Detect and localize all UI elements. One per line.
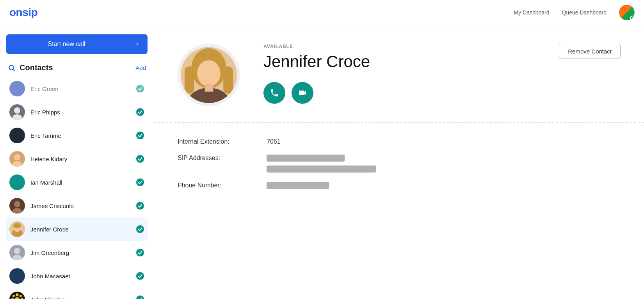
contact-name: Eric Phipps <box>30 109 136 116</box>
status-available-icon <box>136 108 144 116</box>
sip-addresses-values <box>267 155 376 173</box>
list-item[interactable]: Helene Kidary <box>6 147 148 171</box>
internal-extension-value: 7061 <box>267 138 281 145</box>
phone-number-label: Phone Number: <box>178 182 263 189</box>
svg-point-12 <box>12 208 22 214</box>
logo: onsip <box>9 6 37 19</box>
status-available-icon <box>136 178 144 187</box>
svg-rect-40 <box>223 66 233 94</box>
list-item[interactable]: Eric Phipps <box>6 100 148 124</box>
status-available-icon <box>136 248 144 257</box>
nav-queue-dashboard[interactable]: Queue Dashboard <box>562 9 607 16</box>
svg-point-38 <box>197 60 221 87</box>
svg-point-22 <box>136 272 144 280</box>
chevron-down-icon <box>134 41 141 47</box>
avatar <box>9 198 25 214</box>
add-contact-link[interactable]: Add <box>135 64 146 71</box>
contact-details: Internal Extension: 7061 SIP Addresses: … <box>178 138 451 189</box>
phone-icon <box>270 88 279 98</box>
svg-point-9 <box>136 155 144 163</box>
svg-point-4 <box>12 114 22 120</box>
list-item[interactable]: Eric Tamme <box>6 124 148 147</box>
svg-point-5 <box>136 108 144 116</box>
avatar <box>9 292 25 299</box>
svg-point-25 <box>16 294 19 296</box>
call-button[interactable] <box>263 82 285 104</box>
svg-point-0 <box>9 65 14 70</box>
contact-name: John Riordan <box>30 296 136 299</box>
start-call-dropdown-button[interactable] <box>127 34 148 54</box>
list-item[interactable]: Ian Marshall <box>6 171 148 194</box>
contact-name: Jennifer Croce <box>30 226 136 233</box>
user-avatar[interactable]: ✓ <box>619 5 635 20</box>
list-item[interactable]: Eric Green <box>6 77 148 100</box>
contact-name: John Macasaet <box>30 273 136 279</box>
status-available-icon <box>136 131 144 140</box>
start-new-call-button[interactable]: Start new call <box>6 34 127 54</box>
sip-address-1-redacted <box>267 155 345 162</box>
svg-point-17 <box>13 223 21 228</box>
status-available-icon <box>136 155 144 163</box>
svg-rect-41 <box>205 84 213 91</box>
avatar <box>9 104 25 120</box>
sip-addresses-row: SIP Addresses: <box>178 155 451 173</box>
svg-point-13 <box>136 202 144 210</box>
status-available-icon <box>136 272 144 280</box>
svg-point-19 <box>14 248 20 254</box>
list-item[interactable]: John Riordan <box>6 288 148 299</box>
svg-point-18 <box>136 225 144 233</box>
header-nav: My Dashboard Queue Dashboard ✓ <box>514 5 635 20</box>
avatar <box>9 221 25 237</box>
svg-point-11 <box>14 201 20 207</box>
avatar <box>9 81 25 96</box>
contact-name: Jim Greenberg <box>30 249 136 256</box>
contact-actions <box>263 82 621 104</box>
status-available-icon <box>136 225 144 233</box>
status-available-icon <box>136 84 144 93</box>
search-icon[interactable] <box>8 64 16 72</box>
divider <box>154 122 644 123</box>
list-item[interactable]: James Criscuolo <box>6 194 148 217</box>
svg-point-21 <box>136 249 144 256</box>
internal-extension-row: Internal Extension: 7061 <box>178 138 451 145</box>
remove-contact-button[interactable]: Remove Contact <box>559 44 621 59</box>
contact-name: Helene Kidary <box>30 156 136 162</box>
avatar <box>9 174 25 190</box>
sidebar: Start new call Contacts Add Eric Green <box>0 25 154 299</box>
contact-name: Eric Tamme <box>30 132 136 139</box>
contact-name: Ian Marshall <box>30 179 136 186</box>
app-header: onsip My Dashboard Queue Dashboard ✓ <box>0 0 644 25</box>
contact-name: Eric Green <box>30 85 136 92</box>
svg-point-10 <box>136 178 144 186</box>
svg-rect-39 <box>185 66 194 94</box>
list-item[interactable]: Jennifer Croce <box>6 217 148 241</box>
svg-point-29 <box>12 295 15 297</box>
main-content: Remove Contact <box>154 25 644 299</box>
start-call-row: Start new call <box>6 34 148 54</box>
svg-point-20 <box>12 255 22 260</box>
svg-point-6 <box>136 132 144 139</box>
contact-name: James Criscuolo <box>30 203 136 209</box>
svg-point-3 <box>14 107 20 114</box>
svg-point-7 <box>14 154 20 160</box>
sip-addresses-label: SIP Addresses: <box>178 155 263 162</box>
svg-point-2 <box>136 85 144 93</box>
svg-point-33 <box>136 295 144 299</box>
avatar <box>9 128 25 143</box>
list-item[interactable]: Jim Greenberg <box>6 241 148 264</box>
svg-line-1 <box>13 69 15 71</box>
svg-point-30 <box>20 295 22 297</box>
nav-my-dashboard[interactable]: My Dashboard <box>514 9 550 16</box>
svg-point-8 <box>12 161 22 167</box>
avatar <box>9 268 25 284</box>
internal-extension-label: Internal Extension: <box>178 138 263 145</box>
main-layout: Start new call Contacts Add Eric Green <box>0 25 644 299</box>
video-icon <box>298 88 307 98</box>
list-item[interactable]: John Macasaet <box>6 264 148 288</box>
contacts-header: Contacts Add <box>6 63 148 72</box>
logo-text: onsip <box>9 6 37 19</box>
contact-photo <box>181 47 237 103</box>
video-call-button[interactable] <box>292 82 313 104</box>
contact-detail-top: AVAILABLE Jennifer Croce <box>178 44 621 106</box>
avatar <box>9 245 25 260</box>
